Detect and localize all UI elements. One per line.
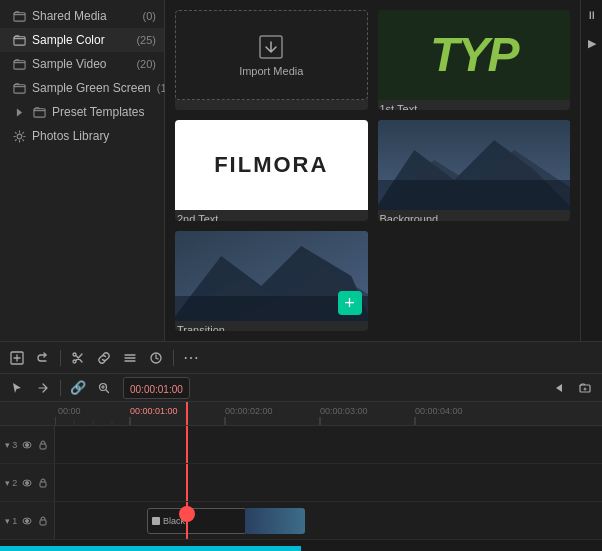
second-text-label: 2nd Text (175, 210, 368, 220)
ruler-playhead (186, 402, 188, 425)
svg-rect-40 (152, 517, 160, 525)
track-2-label: ▾ 2 (5, 478, 18, 488)
sidebar-item-label: Sample Color (32, 33, 105, 47)
sidebar-item-photos-library[interactable]: Photos Library (0, 124, 164, 148)
sidebar-item-shared-media[interactable]: Shared Media (0) (0, 4, 164, 28)
sidebar-item-sample-green[interactable]: Sample Green Screen (10) (0, 76, 164, 100)
sidebar-item-sample-video[interactable]: Sample Video (20) (0, 52, 164, 76)
import-icon: Import Media (239, 33, 303, 77)
video-clip[interactable] (245, 508, 305, 534)
import-media-thumb: Import Media (175, 10, 368, 100)
tc-2: 00:00:02:00 (225, 406, 273, 416)
progress-bar (0, 546, 301, 551)
clip-icon (152, 517, 160, 525)
zoom-in-button[interactable] (93, 377, 115, 399)
sidebar-item-count: (20) (136, 58, 156, 70)
track-content-1[interactable]: Black (55, 502, 602, 539)
eye-icon-3[interactable] (21, 439, 33, 451)
timecode-ruler: 00:00 00:00:01:00 00:00:02:00 00:00:03:0… (0, 402, 602, 426)
sidebar-item-sample-color[interactable]: Sample Color (25) (0, 28, 164, 52)
redo-button[interactable] (32, 347, 54, 369)
timecode-display: 00:00:01:00 (123, 377, 190, 399)
media-grid: Import Media TYP 1st Text FILMORA 2nd Te… (165, 0, 580, 341)
track-row-2: ▾ 2 (0, 464, 602, 502)
play-button[interactable]: ▶ (581, 32, 603, 54)
track-content-2[interactable] (55, 464, 602, 501)
svg-rect-36 (40, 482, 46, 487)
svg-rect-33 (40, 444, 46, 449)
sidebar-item-count: (0) (143, 10, 156, 22)
cursor-button[interactable] (6, 377, 28, 399)
add-badge[interactable]: + (338, 291, 362, 315)
sidebar-item-preset-templates[interactable]: Preset Templates (0, 100, 164, 124)
track-3-label: ▾ 3 (5, 440, 18, 450)
folder-icon (12, 57, 26, 71)
import-media-card[interactable]: Import Media (175, 10, 368, 110)
import-label: Import Media (239, 65, 303, 77)
clock-button[interactable] (145, 347, 167, 369)
list-button[interactable] (119, 347, 141, 369)
cut-button[interactable] (67, 347, 89, 369)
more-button[interactable]: ⋯ (180, 347, 202, 369)
sidebar-item-label: Shared Media (32, 9, 107, 23)
lock-icon-3[interactable] (37, 439, 49, 451)
eye-icon-1[interactable] (21, 515, 33, 527)
folder-icon (12, 33, 26, 47)
add-folder-button[interactable] (574, 377, 596, 399)
track-row-1: ▾ 1 Black (0, 502, 602, 540)
playhead-line-2 (186, 464, 188, 501)
lock-icon-2[interactable] (37, 477, 49, 489)
tc-3: 00:00:03:00 (320, 406, 368, 416)
svg-rect-39 (40, 520, 46, 525)
sep3 (60, 380, 61, 396)
link-button[interactable] (93, 347, 115, 369)
magnet-button[interactable]: 🔗 (67, 377, 89, 399)
first-text-card[interactable]: TYP 1st Text (378, 10, 571, 110)
playhead-dot (179, 506, 195, 522)
chevron-right-icon (12, 105, 26, 119)
first-text-thumb: TYP (378, 10, 571, 100)
pause-button[interactable]: ⏸ (581, 4, 603, 26)
separator2 (173, 350, 174, 366)
add-track-button[interactable] (6, 347, 28, 369)
track-content-3[interactable] (55, 426, 602, 463)
second-text-card[interactable]: FILMORA 2nd Text (175, 120, 368, 220)
transition-card[interactable]: + Transition (175, 231, 368, 331)
tc-4: 00:00:04:00 (415, 406, 463, 416)
first-text-label: 1st Text (378, 100, 571, 110)
eye-icon-2[interactable] (21, 477, 33, 489)
svg-rect-11 (378, 180, 571, 210)
main-area: Shared Media (0) Sample Color (25) (0, 0, 602, 341)
filmora-text: FILMORA (214, 152, 328, 178)
right-panel: ⏸ ▶ (580, 0, 602, 341)
svg-rect-3 (13, 84, 24, 92)
ruler-content: 00:00 00:00:01:00 00:00:02:00 00:00:03:0… (0, 402, 602, 425)
svg-point-32 (26, 443, 29, 446)
ruler-ticks (55, 417, 602, 425)
secondary-toolbar: 🔗 00:00:01:00 (0, 374, 602, 402)
svg-rect-0 (13, 12, 24, 20)
track-header-1: ▾ 1 (0, 502, 55, 539)
background-card[interactable]: Background (378, 120, 571, 220)
svg-rect-1 (13, 36, 24, 44)
svg-rect-5 (33, 108, 44, 116)
track-header-3: ▾ 3 (0, 426, 55, 463)
gear-icon (12, 129, 26, 143)
sidebar-item-label: Photos Library (32, 129, 109, 143)
typ-text: TYP (430, 31, 517, 79)
filmora-thumb: FILMORA (175, 120, 368, 210)
sidebar-item-count: (25) (136, 34, 156, 46)
timeline-toolbar: ⋯ (0, 342, 602, 374)
track-left-button[interactable] (548, 377, 570, 399)
playhead-line-3 (186, 426, 188, 463)
ripple-button[interactable] (32, 377, 54, 399)
black-clip[interactable]: Black (147, 508, 247, 534)
lock-icon-1[interactable] (37, 515, 49, 527)
folder-icon (12, 81, 26, 95)
transition-label: Transition (175, 321, 368, 331)
transition-thumb: + (175, 231, 368, 321)
track-header-2: ▾ 2 (0, 464, 55, 501)
sidebar: Shared Media (0) Sample Color (25) (0, 0, 165, 341)
svg-marker-21 (556, 384, 562, 392)
svg-point-35 (26, 481, 29, 484)
